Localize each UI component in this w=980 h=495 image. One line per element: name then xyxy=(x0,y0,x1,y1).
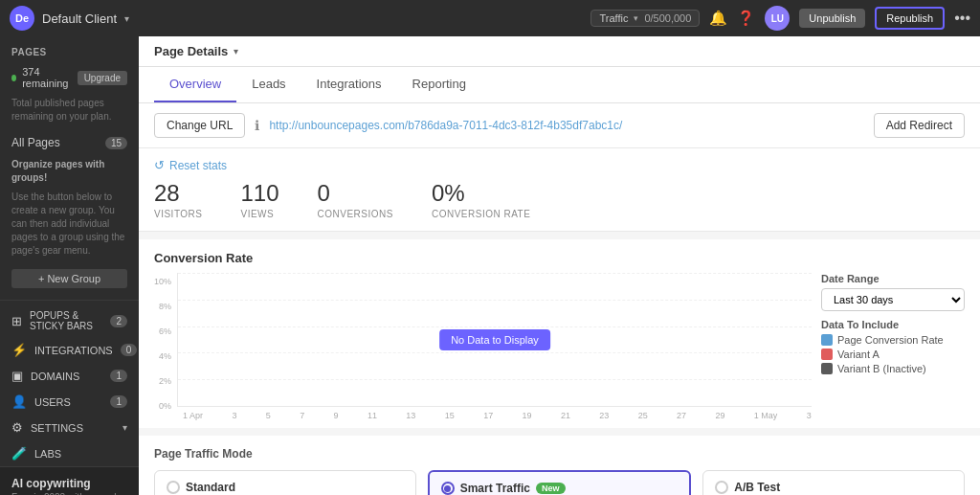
sidebar-item-label: SETTINGS xyxy=(31,422,83,434)
traffic-mode-section: Page Traffic Mode Standard Send all of y… xyxy=(139,436,980,495)
organize-title: Organize pages with groups! xyxy=(0,154,139,187)
more-options-button[interactable]: ••• xyxy=(954,10,970,27)
info-icon: ℹ xyxy=(255,118,259,133)
upgrade-button[interactable]: Upgrade xyxy=(78,71,127,85)
grid-line xyxy=(178,300,812,301)
status-dot xyxy=(11,75,16,81)
topbar: De Default Client ▾ Traffic ▾ 0/500,000 … xyxy=(0,0,980,36)
grid-line xyxy=(178,352,812,353)
sidebar-item-settings[interactable]: ⚙ SETTINGS ▾ xyxy=(0,415,139,440)
checkbox-conversion-rate[interactable]: Page Conversion Rate xyxy=(821,334,965,346)
reset-icon: ↺ xyxy=(154,158,165,172)
sidebar-item-users[interactable]: 👤 USERS 1 xyxy=(0,389,139,415)
data-include-label: Data To Include xyxy=(821,319,965,330)
checkbox-variant-a[interactable]: Variant A xyxy=(821,349,965,360)
grid-line xyxy=(178,379,812,380)
bell-icon[interactable]: 🔔 xyxy=(709,10,727,27)
page-details-bar: Page Details ▾ xyxy=(139,36,980,67)
sidebar-item-label: LABS xyxy=(34,448,61,460)
avatar[interactable]: LU xyxy=(765,6,790,31)
sidebar-item-popups[interactable]: ⊞ POPUPS & STICKY BARS 2 xyxy=(0,304,139,337)
logo-icon: De xyxy=(10,6,34,31)
sidebar-item-labs[interactable]: 🧪 LABS xyxy=(0,440,139,466)
checkbox-variant-b[interactable]: Variant B (Inactive) xyxy=(821,363,965,374)
page-details-text: Page Details xyxy=(154,44,228,58)
traffic-option-standard[interactable]: Standard Send all of your traffic to one… xyxy=(154,470,416,495)
page-url-link[interactable]: http://unbouncepages.com/b786da9a-7011-4… xyxy=(269,119,863,132)
tabs-bar: Overview Leads Integrations Reporting xyxy=(139,67,980,103)
checkbox-label: Variant A xyxy=(837,349,880,360)
change-url-button[interactable]: Change URL xyxy=(154,113,245,138)
smart-option-header: Smart Traffic New xyxy=(441,482,679,495)
sidebar: PAGES 374 remaining Upgrade Total publis… xyxy=(0,36,139,495)
add-redirect-button[interactable]: Add Redirect xyxy=(874,113,965,138)
tab-reporting[interactable]: Reporting xyxy=(397,67,481,102)
grid-line xyxy=(178,273,812,274)
conversions-value: 0 xyxy=(318,180,393,207)
tab-leads[interactable]: Leads xyxy=(236,67,301,102)
checkbox-label: Page Conversion Rate xyxy=(837,334,944,346)
views-label: VIEWS xyxy=(241,209,279,219)
checkbox-red-icon xyxy=(821,349,833,360)
chart-x-axis: 1 Apr 3 5 7 9 11 13 15 17 19 21 23 25 27 xyxy=(154,407,812,420)
tab-integrations[interactable]: Integrations xyxy=(301,67,397,102)
unpublish-button[interactable]: Unpublish xyxy=(799,9,865,28)
url-bar: Change URL ℹ http://unbouncepages.com/b7… xyxy=(139,103,980,148)
traffic-indicator: Traffic ▾ 0/500,000 xyxy=(590,10,700,27)
chart-main: 10% 8% 6% 4% 2% 0% xyxy=(154,273,812,416)
sidebar-item-label: INTEGRATIONS xyxy=(34,345,113,356)
client-chevron-icon: ▾ xyxy=(124,13,129,24)
ai-title: AI copywriting xyxy=(11,477,127,490)
integrations-icon: ⚡ xyxy=(11,343,27,357)
checkbox-blue-icon xyxy=(821,334,833,346)
help-icon[interactable]: ❓ xyxy=(737,10,755,27)
sidebar-item-label: POPUPS & STICKY BARS xyxy=(30,310,102,331)
chart-section: Conversion Rate 10% 8% 6% 4% 2% 0% xyxy=(139,239,980,428)
reset-stats-label: Reset stats xyxy=(169,159,227,172)
stat-conversions: 0 CONVERSIONS xyxy=(318,180,393,219)
domains-badge: 1 xyxy=(110,370,127,382)
popups-badge: 2 xyxy=(110,315,127,327)
tab-overview[interactable]: Overview xyxy=(154,67,236,102)
domains-icon: ▣ xyxy=(11,369,23,383)
standard-radio xyxy=(167,481,180,494)
traffic-option-ab[interactable]: A/B Test Manually split your traffic acr… xyxy=(702,470,965,495)
traffic-options: Standard Send all of your traffic to one… xyxy=(154,470,965,495)
date-range-select[interactable]: Last 30 days Last 7 days Last 90 days xyxy=(821,288,965,311)
traffic-label: Traffic xyxy=(599,12,628,24)
ab-radio xyxy=(715,481,728,494)
chart-sidebar: Date Range Last 30 days Last 7 days Last… xyxy=(821,273,965,416)
chart-y-axis: 10% 8% 6% 4% 2% 0% xyxy=(154,277,177,411)
views-value: 110 xyxy=(241,180,279,207)
stat-visitors: 28 VISITORS xyxy=(154,180,203,219)
sidebar-item-label: DOMAINS xyxy=(31,371,79,382)
ab-option-header: A/B Test xyxy=(715,481,952,494)
sidebar-item-integrations[interactable]: ⚡ INTEGRATIONS 0 xyxy=(0,337,139,363)
reset-stats-button[interactable]: ↺ Reset stats xyxy=(154,158,965,172)
republish-button[interactable]: Republish xyxy=(875,7,945,30)
pages-remaining-row: 374 remaining Upgrade xyxy=(0,62,139,93)
all-pages-label: All Pages xyxy=(11,136,105,149)
sidebar-item-label: USERS xyxy=(34,396,71,408)
ai-section: AI copywriting Free in 2023 with your pl… xyxy=(0,466,139,495)
chart-title: Conversion Rate xyxy=(154,251,965,265)
pages-label: PAGES xyxy=(11,47,47,57)
sidebar-item-domains[interactable]: ▣ DOMAINS 1 xyxy=(0,363,139,389)
date-range-label: Date Range xyxy=(821,273,965,284)
pages-subtext: Total published pages remaining on your … xyxy=(0,93,139,131)
traffic-option-smart[interactable]: Smart Traffic New Convert higher: AI sen… xyxy=(428,470,692,495)
stat-conversion-rate: 0% CONVERSION RATE xyxy=(432,180,530,219)
sidebar-item-all-pages[interactable]: All Pages 15 xyxy=(0,131,139,154)
integrations-badge: 0 xyxy=(121,344,138,356)
new-group-button[interactable]: + New Group xyxy=(11,269,127,288)
traffic-chevron-icon: ▾ xyxy=(634,13,638,23)
main-layout: PAGES 374 remaining Upgrade Total publis… xyxy=(0,36,980,495)
sidebar-divider xyxy=(0,300,139,301)
stat-views: 110 VIEWS xyxy=(241,180,279,219)
content-area: Page Details ▾ Overview Leads Integratio… xyxy=(139,36,980,495)
standard-option-header: Standard xyxy=(167,481,404,494)
popups-icon: ⊞ xyxy=(11,314,22,328)
visitors-value: 28 xyxy=(154,180,203,207)
client-name: Default Client xyxy=(42,11,117,26)
smart-radio-inner xyxy=(444,485,451,492)
